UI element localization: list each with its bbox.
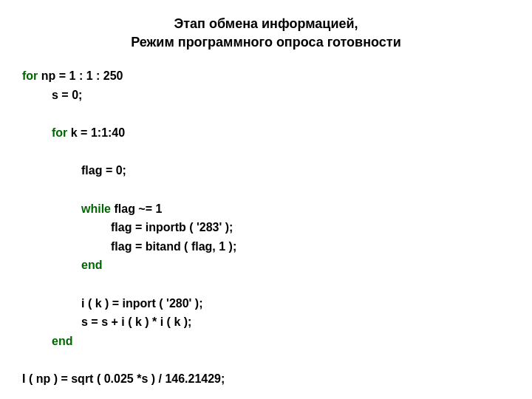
slide-title: Этап обмена информацией, Режим программн… [22, 15, 510, 52]
keyword-end-1: end [81, 259, 102, 271]
keyword-end-2: end [52, 335, 72, 347]
code-blank-5 [22, 350, 510, 369]
code-blank-1 [22, 105, 510, 124]
keyword-for-1: for [22, 69, 38, 82]
code-line-8: end [22, 256, 510, 275]
code-line-5-rest: flag ~= 1 [111, 202, 162, 215]
code-line-1-rest: np = 1 : 1 : 250 [38, 69, 123, 82]
code-line-6: flag = inportb ( '283' ); [22, 218, 510, 237]
code-line-12: I ( np ) = sqrt ( 0.025 *s ) / 146.21429… [22, 369, 510, 389]
code-line-7-text: flag = bitand ( flag, 1 ); [111, 240, 236, 253]
code-line-10-text: s = s + i ( k ) * i ( k ); [81, 316, 191, 328]
code-line-2: s = 0; [22, 86, 510, 105]
code-blank-3 [22, 180, 510, 200]
keyword-while: while [81, 202, 111, 215]
code-line-5: while flag ~= 1 [22, 200, 510, 219]
code-block: for np = 1 : 1 : 250 s = 0; for k = 1:1:… [22, 66, 510, 388]
code-line-10: s = s + i ( k ) * i ( k ); [22, 313, 510, 332]
code-line-7: flag = bitand ( flag, 1 ); [22, 237, 510, 256]
title-line1: Этап обмена информацией, [22, 15, 510, 33]
keyword-for-2: for [52, 126, 67, 139]
code-line-4-text: flag = 0; [81, 164, 126, 177]
title-line2: Режим программного опроса готовности [22, 33, 510, 52]
code-line-12-text: I ( np ) = sqrt ( 0.025 *s ) / 146.21429… [22, 372, 225, 385]
code-line-9-text: i ( k ) = inport ( '280' ); [81, 297, 203, 310]
code-line-4: flag = 0; [22, 161, 510, 180]
code-line-3: for k = 1:1:40 [22, 123, 510, 143]
code-line-3-rest: k = 1:1:40 [67, 126, 125, 139]
main-container: Этап обмена информацией, Режим программн… [0, 0, 532, 399]
code-line-1: for np = 1 : 1 : 250 [22, 66, 510, 86]
code-line-9: i ( k ) = inport ( '280' ); [22, 294, 510, 313]
code-line-2-text: s = 0; [52, 89, 82, 101]
code-blank-2 [22, 143, 510, 162]
code-blank-4 [22, 275, 510, 294]
code-line-6-text: flag = inportb ( '283' ); [111, 221, 233, 233]
code-line-11: end [22, 332, 510, 351]
